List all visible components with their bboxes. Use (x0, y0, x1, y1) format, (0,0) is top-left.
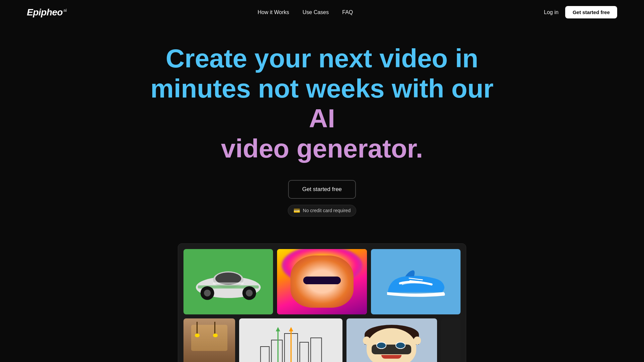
gallery-item-sneaker[interactable] (371, 249, 461, 314)
cafe-bg (183, 318, 235, 362)
car-svg (190, 259, 266, 305)
svg-point-5 (204, 290, 211, 296)
svg-rect-12 (271, 340, 282, 362)
pop-art-glasses (303, 277, 341, 284)
login-link[interactable]: Log in (544, 9, 559, 15)
hero-title-ai: AI (309, 104, 335, 133)
svg-rect-8 (213, 283, 244, 285)
gallery-container (178, 243, 466, 362)
hero-title: Create your next video in minutes not we… (138, 44, 506, 164)
gallery-item-car[interactable] (183, 249, 273, 314)
gallery-row-1 (183, 249, 461, 314)
gallery-wrapper (0, 237, 644, 362)
hero-title-line2: minutes not weeks with our (151, 74, 494, 103)
hero-title-line3: video generator. (221, 134, 423, 163)
nav-links: How it Works Use Cases FAQ (258, 9, 353, 15)
gallery-item-sketch[interactable] (239, 318, 342, 362)
gallery-item-cafe[interactable] (183, 318, 235, 362)
gallery-item-cartoon[interactable] (346, 318, 437, 362)
pop-art-bg (277, 249, 367, 314)
nav-use-cases[interactable]: Use Cases (303, 9, 329, 15)
gallery-item-portrait[interactable] (277, 249, 367, 314)
svg-rect-14 (300, 342, 308, 362)
hero-title-line1: Create your next video in (166, 44, 478, 73)
no-credit-card-text: No credit card required (303, 208, 351, 213)
gallery-row-2 (183, 318, 461, 362)
sneaker-svg (378, 257, 454, 306)
sketch-svg (245, 325, 337, 362)
gallery-item-partial (441, 318, 461, 362)
svg-point-7 (246, 290, 253, 296)
logo[interactable]: Epipheoai (27, 7, 67, 18)
hero-section: Create your next video in minutes not we… (0, 0, 644, 237)
get-started-nav-button[interactable]: Get started free (565, 6, 617, 18)
svg-marker-19 (289, 327, 293, 331)
nav-faq[interactable]: FAQ (342, 9, 353, 15)
credit-card-icon: 💳 (293, 207, 300, 214)
no-credit-card-badge: 💳 No credit card required (288, 205, 356, 217)
cartoon-bg (346, 318, 437, 362)
navbar: Epipheoai How it Works Use Cases FAQ Log… (0, 0, 644, 24)
pop-art-face (290, 255, 353, 308)
svg-rect-11 (260, 347, 269, 362)
nav-right: Log in Get started free (544, 6, 617, 18)
svg-marker-17 (276, 327, 280, 331)
logo-text: Epipheoai (27, 7, 67, 18)
sketch-bg (239, 318, 342, 362)
svg-rect-15 (311, 338, 322, 362)
logo-ai-suffix: ai (63, 8, 67, 13)
nav-how-it-works[interactable]: How it Works (258, 9, 289, 15)
get-started-hero-button[interactable]: Get started free (288, 180, 356, 199)
